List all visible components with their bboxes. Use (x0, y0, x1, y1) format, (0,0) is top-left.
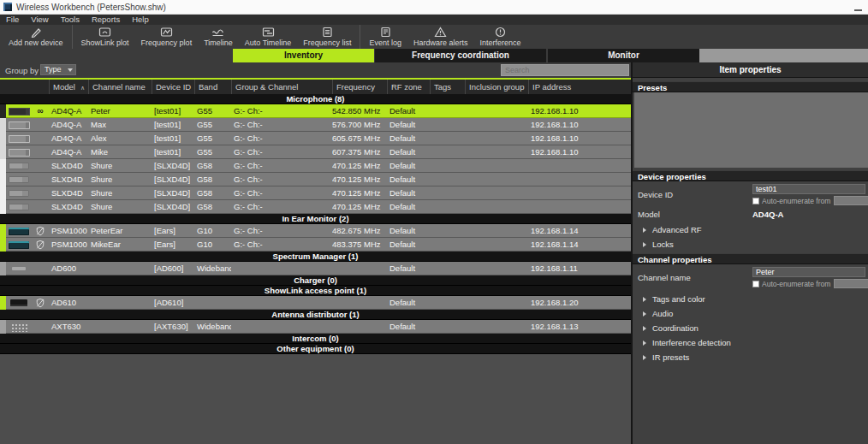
slxd-receiver-icon (9, 204, 29, 210)
cell-band: G55 (194, 145, 231, 159)
presets-section-header[interactable]: Presets (633, 81, 868, 92)
auto-enumerate-label: Auto-enumerate from (762, 280, 830, 288)
showlink-plot-button[interactable]: ShowLink plot (75, 25, 135, 49)
cell-tags (430, 132, 465, 145)
cell-band: G58 (194, 200, 231, 214)
tab-frequency-coordination[interactable]: Frequency coordination (375, 49, 546, 62)
table-row[interactable]: SLXD4DShure[SLXD4D]G58G:- Ch:-470.125 MH… (0, 186, 631, 200)
auto-timeline-button[interactable]: Auto Timeline (239, 25, 298, 49)
minimize-icon[interactable] (854, 9, 862, 11)
section-header[interactable]: Intercom (0) (0, 334, 631, 344)
device-id-input[interactable] (752, 184, 865, 194)
section-header[interactable]: ShowLink access point (1) (0, 286, 631, 296)
channel-properties-header[interactable]: Channel properties (633, 253, 868, 264)
auto-enumerate-checkbox[interactable] (752, 198, 759, 204)
cell-rf-zone: Default (387, 296, 430, 310)
frequency-list-button[interactable]: Frequency list (297, 25, 357, 49)
cell-group-channel: G:- Ch:- (231, 200, 332, 214)
cell-ip-address (528, 159, 631, 173)
column-header-band[interactable]: Band (194, 80, 231, 94)
section-header[interactable]: Charger (0) (0, 275, 631, 286)
table-row[interactable]: PSM1000MikeEar[Ears]G10G:- Ch:-483.375 M… (0, 238, 631, 252)
menu-help[interactable]: Help (126, 15, 155, 25)
expander-locks[interactable]: Locks (643, 239, 866, 250)
section-header[interactable]: Microphone (8) (0, 94, 631, 104)
column-header-icons[interactable] (0, 80, 49, 94)
cell-model: SLXD4D (49, 200, 88, 214)
cell-frequency: 607.375 MHz (332, 145, 387, 159)
expander-audio[interactable]: Audio (643, 308, 866, 319)
cell-group-channel: G:- Ch:- (231, 145, 332, 159)
expander-advanced-rf[interactable]: Advanced RF (643, 224, 866, 235)
column-header-model[interactable]: Model∧ (49, 80, 88, 94)
table-row[interactable]: SLXD4DShure[SLXD4D]G58G:- Ch:-470.125 MH… (0, 200, 631, 214)
device-properties-header[interactable]: Device properties (633, 170, 868, 181)
table-row[interactable]: ∞AD4Q-APeter[test01]G55G:- Ch:-542.850 M… (0, 104, 631, 118)
menu-tools[interactable]: Tools (55, 15, 86, 25)
frequency-plot-button[interactable]: Frequency plot (135, 25, 199, 49)
expander-ir-presets[interactable]: IR presets (643, 352, 866, 363)
channel-name-input[interactable] (752, 267, 865, 277)
row-marker (32, 118, 49, 132)
timeline-button[interactable]: Timeline (198, 25, 239, 49)
row-marker (32, 224, 49, 238)
section-header[interactable]: Other equipment (0) (0, 344, 631, 354)
tab-monitor[interactable]: Monitor (548, 49, 699, 62)
hardware-alerts-button[interactable]: Hardware alerts (407, 25, 474, 49)
presets-list[interactable] (634, 92, 868, 168)
column-header-ip-address[interactable]: IP address (528, 80, 631, 94)
search-input[interactable] (501, 64, 629, 76)
menu-view[interactable]: View (25, 15, 54, 25)
menu-reports[interactable]: Reports (86, 15, 126, 25)
interference-button[interactable]: Interference (473, 25, 526, 49)
table-row[interactable]: AD610[AD610]Default192.168.1.20 (0, 296, 631, 310)
column-header-group-channel[interactable]: Group & Channel (231, 80, 332, 94)
table-row[interactable]: AD4Q-AAlex[test01]G55G:- Ch:-605.675 MHz… (0, 132, 631, 145)
tab-inventory[interactable]: Inventory (233, 49, 374, 62)
table-row[interactable]: AD4Q-AMax[test01]G55G:- Ch:-576.700 MHzD… (0, 118, 631, 132)
cell-ip-address (528, 173, 631, 186)
expander-coordination[interactable]: Coordination (643, 323, 866, 334)
auto-enumerate-checkbox[interactable] (752, 281, 759, 287)
device-id-label: Device ID (638, 190, 673, 199)
cell-rf-zone: Default (387, 238, 430, 252)
table-row[interactable]: SLXD4DShure[SLXD4D]G58G:- Ch:-470.125 MH… (0, 173, 631, 186)
event-log-button[interactable]: Event log (363, 25, 407, 49)
cell-rf-zone: Default (387, 200, 430, 214)
cell-frequency: 470.125 MHz (332, 200, 387, 214)
table-row[interactable]: AXT630[AXT630]WidebandDefault192.168.1.1… (0, 320, 631, 334)
column-header-tags[interactable]: Tags (430, 80, 465, 94)
table-row[interactable]: AD600[AD600]WidebandDefault192.168.1.11 (0, 262, 631, 275)
menu-file[interactable]: File (0, 15, 25, 25)
cell-ip-address: 192.168.1.14 (528, 224, 631, 238)
column-header-inclusion-group[interactable]: Inclusion group (465, 80, 528, 94)
column-header-channel-name[interactable]: Channel name (88, 80, 152, 94)
cell-channel-name: Alex (88, 132, 152, 145)
cell-frequency: 605.675 MHz (332, 132, 387, 145)
expander-interference-detection[interactable]: Interference detection (643, 337, 866, 348)
cell-channel-name: Shure (88, 159, 152, 173)
channel-properties-body: Channel name Auto-enumerate from Tags an… (633, 264, 868, 366)
column-header-rf-zone[interactable]: RF zone (387, 80, 430, 94)
expander-tags-and-color[interactable]: Tags and color (643, 293, 866, 305)
cell-group-channel: G:- Ch:- (231, 132, 332, 145)
title-bar: Wireless Workbench (PetersShow.shw) (0, 0, 868, 15)
table-row[interactable]: AD4Q-AMike[test01]G55G:- Ch:-607.375 MHz… (0, 145, 631, 159)
column-header-frequency[interactable]: Frequency (332, 80, 387, 94)
table-row[interactable]: PSM1000PeterEar[Ears]G10G:- Ch:-482.675 … (0, 224, 631, 238)
auto-enumerate-start-input[interactable] (834, 279, 868, 288)
cell-channel-name (88, 320, 152, 334)
cell-group-channel (231, 296, 332, 310)
table-row[interactable]: SLXD4DShure[SLXD4D]G58G:- Ch:-470.125 MH… (0, 159, 631, 173)
section-header[interactable]: Spectrum Manager (1) (0, 252, 631, 262)
add-new-device-button[interactable]: Add new device (3, 25, 69, 49)
cell-frequency: 482.675 MHz (332, 224, 387, 238)
cell-tags (430, 320, 465, 334)
column-header-device-id[interactable]: Device ID (152, 80, 194, 94)
cell-rf-zone: Default (387, 145, 430, 159)
auto-enumerate-start-input[interactable] (834, 196, 868, 205)
chevron-right-icon (643, 326, 646, 331)
section-header[interactable]: In Ear Monitor (2) (0, 214, 631, 224)
section-header[interactable]: Antenna distributor (1) (0, 310, 631, 320)
group-by-select[interactable]: Type (40, 64, 76, 75)
